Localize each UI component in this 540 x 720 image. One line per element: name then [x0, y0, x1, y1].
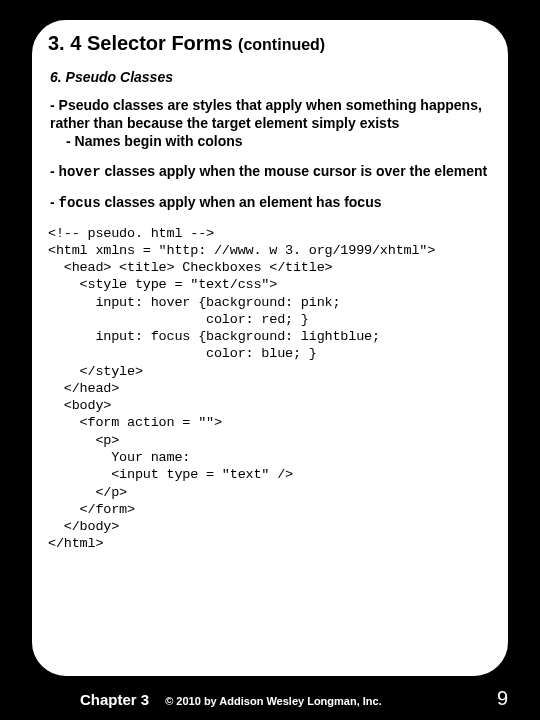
footer-copyright: © 2010 by Addison Wesley Longman, Inc. — [165, 695, 479, 707]
bullet-text: classes apply when an element has focus — [101, 194, 382, 210]
bullet-text: Pseudo classes are styles that apply whe… — [50, 97, 482, 131]
bullet-dash: - — [66, 133, 75, 149]
bullet-text: classes apply when the mouse cursor is o… — [101, 163, 488, 179]
bullet-dash: - — [50, 194, 59, 210]
footer-chapter: Chapter 3 — [80, 691, 149, 708]
code-block: <!-- pseudo. html --> <html xmlns = "htt… — [48, 225, 492, 553]
bullet-3: - focus classes apply when an element ha… — [50, 194, 492, 213]
bullet-1-sub: - Names begin with colons — [50, 133, 492, 151]
bullet-text: Names begin with colons — [75, 133, 243, 149]
mono-term: focus — [59, 195, 101, 211]
bullet-dash: - — [50, 163, 59, 179]
footer-page-number: 9 — [497, 687, 508, 710]
subheading: 6. Pseudo Classes — [50, 69, 492, 85]
mono-term: hover — [59, 164, 101, 180]
slide-title: 3. 4 Selector Forms (continued) — [48, 32, 492, 55]
bullet-dash: - — [50, 97, 59, 113]
slide-frame: 3. 4 Selector Forms (continued) 6. Pseud… — [30, 18, 510, 678]
bullet-1: - Pseudo classes are styles that apply w… — [50, 97, 492, 151]
footer: Chapter 3 © 2010 by Addison Wesley Longm… — [0, 687, 540, 710]
title-main: 3. 4 Selector Forms — [48, 32, 238, 54]
title-continued: (continued) — [238, 36, 325, 53]
bullet-2: - hover classes apply when the mouse cur… — [50, 163, 492, 182]
